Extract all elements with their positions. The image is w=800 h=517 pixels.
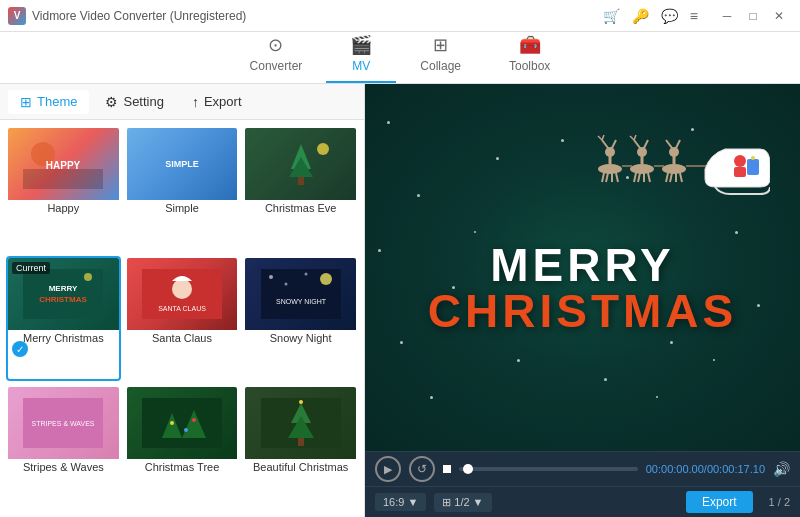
nav-collage-label: Collage — [420, 59, 461, 73]
nav-toolbox-label: Toolbox — [509, 59, 550, 73]
playback-bar: ▶ ↺ 00:00:00.00/00:00:17.10 🔊 — [365, 451, 800, 486]
page-size-button[interactable]: ⊞ 1/2 ▼ — [434, 493, 491, 512]
close-button[interactable]: ✕ — [766, 6, 792, 26]
theme-happy[interactable]: HAPPY Happy — [6, 126, 121, 252]
nav-mv[interactable]: 🎬 MV — [326, 28, 396, 83]
title-bar-icons: 🛒 🔑 💬 ≡ — [603, 8, 698, 24]
selected-check: ✓ — [12, 341, 28, 357]
app-logo: V — [8, 7, 26, 25]
tab-export-label: Export — [204, 94, 242, 109]
svg-rect-33 — [298, 438, 304, 446]
nav-converter[interactable]: ⊙ Converter — [226, 28, 327, 83]
svg-point-5 — [317, 143, 329, 155]
svg-text:SNOWY NIGHT: SNOWY NIGHT — [276, 298, 327, 305]
svg-text:STRIPES & WAVES: STRIPES & WAVES — [32, 420, 95, 427]
left-panel: ⊞ Theme ⚙ Setting ↑ Export HAPPY Happy — [0, 84, 365, 517]
svg-point-27 — [170, 421, 174, 425]
page-size-label: 1/2 — [454, 496, 469, 508]
theme-stripes[interactable]: STRIPES & WAVES Stripes & Waves — [6, 385, 121, 511]
theme-beautiful-christmas-thumb — [245, 387, 356, 459]
tab-theme[interactable]: ⊞ Theme — [8, 90, 89, 114]
theme-happy-thumb: HAPPY — [8, 128, 119, 200]
svg-rect-24 — [142, 398, 222, 448]
theme-snowy-night[interactable]: SNOWY NIGHT Snowy Night — [243, 256, 358, 382]
page-indicator: 1 / 2 — [769, 496, 790, 508]
svg-point-28 — [192, 418, 196, 422]
chat-icon[interactable]: 💬 — [661, 8, 678, 24]
video-preview: MERRY CHRISTMAS — [365, 84, 800, 451]
current-badge: Current — [12, 262, 50, 274]
svg-point-34 — [299, 400, 303, 404]
svg-point-12 — [84, 273, 92, 281]
right-panel: MERRY CHRISTMAS ▶ ↺ 00:00:00.00/00:00:17… — [365, 84, 800, 517]
app-title: Vidmore Video Converter (Unregistered) — [32, 9, 246, 23]
merry-text: MERRY — [428, 242, 737, 288]
theme-grid: HAPPY Happy SIMPLE Simple Christmas Eve — [0, 120, 364, 517]
content-area: ⊞ Theme ⚙ Setting ↑ Export HAPPY Happy — [0, 84, 800, 517]
mv-icon: 🎬 — [350, 34, 372, 56]
page-size-dropdown-icon: ▼ — [473, 496, 484, 508]
menu-icon[interactable]: ≡ — [690, 8, 698, 24]
theme-snowy-night-thumb: SNOWY NIGHT — [245, 258, 356, 330]
ratio-label: 16:9 — [383, 496, 404, 508]
key-icon[interactable]: 🔑 — [632, 8, 649, 24]
theme-simple-label: Simple — [127, 200, 238, 218]
theme-stripes-label: Stripes & Waves — [8, 459, 119, 477]
svg-text:SIMPLE: SIMPLE — [165, 159, 199, 169]
tab-setting-label: Setting — [123, 94, 163, 109]
theme-merry-christmas[interactable]: MERRY CHRISTMAS Current ✓ Merry Christma… — [6, 256, 121, 382]
setting-tab-icon: ⚙ — [105, 94, 118, 110]
svg-rect-8 — [298, 177, 304, 185]
svg-point-14 — [172, 279, 192, 299]
theme-beautiful-christmas[interactable]: Beautiful Christmas — [243, 385, 358, 511]
page-size-icon: ⊞ — [442, 496, 451, 509]
theme-stripes-thumb: STRIPES & WAVES — [8, 387, 119, 459]
theme-snowy-night-label: Snowy Night — [245, 330, 356, 348]
theme-christmas-tree[interactable]: Christmas Tree — [125, 385, 240, 511]
collage-icon: ⊞ — [433, 34, 448, 56]
svg-point-18 — [269, 275, 273, 279]
theme-santa-claus-thumb: SANTA CLAUS — [127, 258, 238, 330]
toolbox-icon: 🧰 — [519, 34, 541, 56]
playback-time: 00:00:00.00/00:00:17.10 — [646, 463, 765, 475]
theme-santa-claus[interactable]: SANTA CLAUS Santa Claus — [125, 256, 240, 382]
theme-christmas-eve-thumb — [245, 128, 356, 200]
maximize-button[interactable]: □ — [740, 6, 766, 26]
svg-point-20 — [304, 272, 307, 275]
ratio-dropdown-icon: ▼ — [407, 496, 418, 508]
theme-santa-claus-label: Santa Claus — [127, 330, 238, 348]
theme-simple-thumb: SIMPLE — [127, 128, 238, 200]
progress-bar[interactable] — [459, 467, 638, 471]
controls-row: 16:9 ▼ ⊞ 1/2 ▼ Export 1 / 2 — [365, 486, 800, 517]
christmas-text: CHRISTMAS — [428, 288, 737, 334]
nav-collage[interactable]: ⊞ Collage — [396, 28, 485, 83]
play-button[interactable]: ▶ — [375, 456, 401, 482]
theme-happy-label: Happy — [8, 200, 119, 218]
volume-icon[interactable]: 🔊 — [773, 461, 790, 477]
theme-christmas-eve[interactable]: Christmas Eve — [243, 126, 358, 252]
theme-tab-icon: ⊞ — [20, 94, 32, 110]
export-button[interactable]: Export — [686, 491, 753, 513]
main-nav: ⊙ Converter 🎬 MV ⊞ Collage 🧰 Toolbox — [0, 32, 800, 84]
progress-dot — [463, 464, 473, 474]
converter-icon: ⊙ — [268, 34, 283, 56]
theme-christmas-eve-label: Christmas Eve — [245, 200, 356, 218]
theme-christmas-tree-thumb — [127, 387, 238, 459]
nav-mv-label: MV — [352, 59, 370, 73]
export-tab-icon: ↑ — [192, 94, 199, 110]
theme-beautiful-christmas-label: Beautiful Christmas — [245, 459, 356, 477]
theme-simple[interactable]: SIMPLE Simple — [125, 126, 240, 252]
cart-icon[interactable]: 🛒 — [603, 8, 620, 24]
tab-theme-label: Theme — [37, 94, 77, 109]
replay-button[interactable]: ↺ — [409, 456, 435, 482]
svg-text:CHRISTMAS: CHRISTMAS — [40, 295, 88, 304]
svg-point-17 — [320, 273, 332, 285]
minimize-button[interactable]: ─ — [714, 6, 740, 26]
nav-toolbox[interactable]: 🧰 Toolbox — [485, 28, 574, 83]
tab-setting[interactable]: ⚙ Setting — [93, 90, 175, 114]
theme-christmas-tree-label: Christmas Tree — [127, 459, 238, 477]
title-bar-left: V Vidmore Video Converter (Unregistered) — [8, 7, 246, 25]
svg-text:SANTA CLAUS: SANTA CLAUS — [158, 305, 206, 312]
tab-export[interactable]: ↑ Export — [180, 90, 254, 114]
ratio-button[interactable]: 16:9 ▼ — [375, 493, 426, 511]
